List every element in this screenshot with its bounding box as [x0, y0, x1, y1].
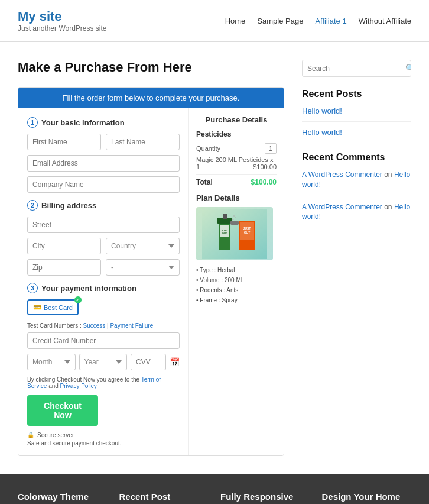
zip-input[interactable] [27, 259, 101, 276]
card-type-wrapper: 💳 Best Card ✓ [27, 299, 79, 315]
product-price: $100.00 [253, 163, 277, 170]
footer-col4-title: Design Your Home [322, 492, 412, 502]
product-image: JUST OUT JUST OUT [196, 207, 273, 260]
plan-title: Plan Details [196, 193, 277, 202]
nav-sample[interactable]: Sample Page [257, 17, 303, 25]
calendar-icon: 📅 [170, 357, 180, 367]
sidebar: 🔍 Recent Posts Hello world! Hello world!… [302, 60, 411, 456]
post-link-0[interactable]: Hello world! [302, 106, 411, 115]
site-tagline: Just another WordPress site [18, 24, 107, 33]
content-area: Make a Purchase From Here Fill the order… [0, 42, 429, 474]
total-label: Total [196, 178, 213, 186]
first-name-input[interactable] [27, 134, 101, 150]
card-check-icon: ✓ [74, 296, 82, 303]
svg-text:JUST: JUST [243, 227, 251, 230]
footer-col-3: Fully Responsive Colorway is a unique re… [220, 492, 310, 504]
qty-value: 1 [265, 143, 277, 154]
zip-state-row: - [27, 259, 180, 276]
plan-spec-0: • Type : Herbal [196, 265, 277, 275]
svg-rect-4 [230, 221, 239, 225]
comment-author-1[interactable]: A WordPress Commenter [302, 203, 382, 211]
footer-col1-title: Colorway Theme [18, 492, 108, 502]
plan-spec-2: • Rodents : Ants [196, 285, 277, 295]
secure-safe-text: Safe and secure payment checkout. [27, 440, 180, 447]
card-type-button[interactable]: 💳 Best Card [27, 299, 79, 315]
footer-col2-title: Recent Post [119, 492, 209, 502]
street-input[interactable] [27, 217, 180, 233]
svg-rect-0 [202, 209, 267, 259]
footer-grid: Colorway Theme Footer is widgetized. To … [18, 492, 411, 504]
test-failure-link[interactable]: Payment Failure [110, 322, 153, 329]
svg-point-14 [233, 215, 235, 217]
card-icon: 💳 [33, 303, 41, 311]
qty-row: Quantity 1 [196, 143, 277, 154]
site-footer: Colorway Theme Footer is widgetized. To … [0, 474, 429, 504]
nav-affiliate1[interactable]: Affiliate 1 [315, 17, 346, 25]
product-detail: Magic 200 ML Pesticides x 1 $100.00 [196, 156, 277, 170]
main-nav: Home Sample Page Affiliate 1 Without Aff… [225, 17, 411, 25]
site-title: My site [18, 9, 107, 24]
email-input[interactable] [27, 155, 180, 172]
footer-col3-title: Fully Responsive [220, 492, 310, 502]
total-row: Total $100.00 [196, 174, 277, 186]
company-row [27, 176, 180, 193]
recent-comments-title: Recent Comments [302, 152, 411, 163]
cc-input[interactable] [27, 332, 180, 349]
nav-without-affiliate[interactable]: Without Affiliate [359, 17, 411, 25]
street-row [27, 217, 180, 233]
footer-col-1: Colorway Theme Footer is widgetized. To … [18, 492, 108, 504]
section3-label: Your payment information [41, 284, 136, 293]
plan-details-list: • Type : Herbal • Volume : 200 ML • Rode… [196, 265, 277, 305]
name-row [27, 134, 180, 150]
svg-point-12 [232, 218, 234, 220]
checkout-body: 1 Your basic information [18, 108, 284, 455]
checkout-wrapper: Fill the order form below to complete yo… [18, 87, 284, 456]
post-link-1[interactable]: Hello world! [302, 128, 411, 137]
test-numbers: Test Card Numbers : Success | Payment Fa… [27, 322, 180, 329]
section2-num: 2 [27, 200, 38, 211]
form-left: 1 Your basic information [18, 108, 189, 455]
city-input[interactable] [27, 238, 101, 254]
sidebar-divider-2 [302, 143, 411, 143]
checkout-header: Fill the order form below to complete yo… [18, 88, 284, 108]
checkout-button[interactable]: Checkout Now [27, 395, 98, 426]
year-select[interactable]: Year [79, 354, 128, 370]
recent-posts-title: Recent Posts [302, 89, 411, 99]
svg-rect-3 [223, 214, 228, 219]
section3-title: 3 Your payment information [27, 283, 180, 293]
section1-label: Your basic information [41, 118, 125, 127]
cvv-input[interactable] [131, 354, 166, 370]
search-input[interactable] [303, 61, 401, 76]
main-content: Make a Purchase From Here Fill the order… [18, 60, 284, 456]
company-input[interactable] [27, 176, 180, 193]
lock-icon: 🔒 [27, 432, 34, 438]
card-label: Best Card [44, 304, 73, 311]
site-header: My site Just another WordPress site Home… [0, 0, 429, 42]
plan-spec-1: • Volume : 200 ML [196, 275, 277, 285]
payment-expiry-row: Month Year 📅 [27, 354, 180, 370]
secure-label: Secure server [37, 432, 74, 438]
purchase-title: Purchase Details [196, 115, 277, 124]
state-select[interactable]: - [106, 259, 180, 276]
secure-info: 🔒 Secure server [27, 432, 180, 438]
qty-label: Quantity [196, 145, 220, 152]
svg-point-13 [235, 217, 236, 218]
city-country-row: Country [27, 238, 180, 254]
country-select[interactable]: Country [106, 238, 180, 254]
section2-label: Billing address [41, 201, 96, 210]
section3-num: 3 [27, 283, 38, 293]
comment-author-0[interactable]: A WordPress Commenter [302, 170, 382, 179]
site-branding: My site Just another WordPress site [18, 9, 107, 33]
section1-num: 1 [27, 117, 38, 128]
search-box: 🔍 [302, 60, 411, 77]
test-success-link[interactable]: Success [83, 322, 105, 329]
footer-col-2: Recent Post Worth A Thousand Words Categ… [119, 492, 209, 504]
svg-text:OUT: OUT [222, 232, 228, 235]
nav-home[interactable]: Home [225, 17, 246, 25]
month-select[interactable]: Month [27, 354, 76, 370]
comment-0: A WordPress Commenter on Hello world! [302, 170, 411, 190]
tos-text: By clicking Checkout Now you agree to th… [27, 376, 180, 389]
privacy-link[interactable]: Privacy Policy [60, 383, 97, 389]
last-name-input[interactable] [106, 134, 180, 150]
search-button[interactable]: 🔍 [401, 60, 411, 76]
